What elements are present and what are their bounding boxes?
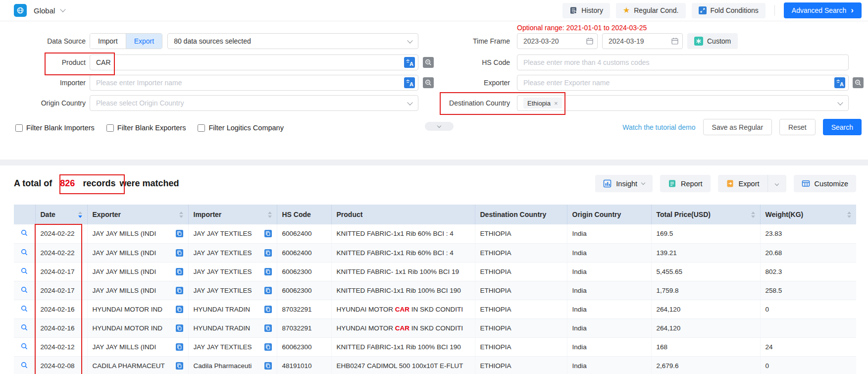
- product-input[interactable]: [90, 54, 418, 70]
- row-detail-search-icon[interactable]: [20, 229, 28, 237]
- export-dropdown-toggle[interactable]: [767, 175, 786, 192]
- copy-icon[interactable]: [176, 362, 183, 370]
- copy-icon[interactable]: [264, 324, 272, 332]
- import-tab[interactable]: Import: [90, 34, 126, 49]
- copy-icon[interactable]: [264, 287, 272, 294]
- translate-icon[interactable]: A: [834, 77, 845, 88]
- filter-checkbox-row: Filter Blank Importers Filter Blank Expo…: [15, 123, 284, 133]
- column-header-importer[interactable]: Importer: [188, 205, 277, 224]
- importer-name: JAY JAY TEXTILES: [194, 343, 264, 351]
- cell-importer: JAY JAY TEXTILES: [188, 262, 277, 281]
- results-table-head: DateExporterImporterHS CodeProductDestin…: [14, 205, 856, 224]
- sort-arrows-icon[interactable]: [264, 212, 272, 218]
- row-detail-search-icon[interactable]: [20, 323, 28, 331]
- row-detail-search-icon[interactable]: [20, 305, 28, 313]
- sort-arrows-icon[interactable]: [843, 212, 851, 218]
- data-sources-select[interactable]: 80 data sources selected: [167, 33, 418, 49]
- filter-logistics-company-checkbox[interactable]: Filter Logitics Company: [198, 124, 284, 132]
- insight-button[interactable]: Insight: [595, 175, 653, 192]
- cell-product: EHB0247 CADIMOL 500 100x10T E-FLUT: [331, 356, 475, 374]
- checkbox-input[interactable]: [106, 124, 114, 132]
- region-selector-label[interactable]: Global: [34, 6, 55, 15]
- importer-label: Importer: [0, 75, 86, 91]
- copy-icon[interactable]: [176, 230, 183, 237]
- fold-conditions-button[interactable]: Fold Conditions: [692, 3, 766, 18]
- cell-search: [14, 300, 35, 319]
- importer-input[interactable]: [90, 75, 418, 91]
- row-detail-search-icon[interactable]: [20, 267, 28, 275]
- row-detail-search-icon[interactable]: [20, 361, 28, 369]
- column-header-total_price[interactable]: Total Price(USD): [651, 205, 760, 224]
- copy-icon[interactable]: [264, 343, 272, 351]
- cell-search: [14, 356, 35, 374]
- exporter-label: Exporter: [406, 75, 510, 91]
- copy-icon[interactable]: [176, 287, 183, 294]
- column-header-exporter[interactable]: Exporter: [87, 205, 188, 224]
- chevron-down-icon[interactable]: [60, 6, 66, 12]
- checkbox-input[interactable]: [198, 124, 205, 132]
- copy-icon[interactable]: [264, 249, 272, 257]
- calendar-icon[interactable]: [586, 37, 594, 45]
- results-table: DateExporterImporterHS CodeProductDestin…: [14, 205, 856, 374]
- reset-button[interactable]: Reset: [779, 119, 816, 135]
- app-logo-globe-icon: [14, 4, 27, 17]
- record-count: 826: [60, 178, 75, 188]
- collapse-conditions-pill[interactable]: [425, 122, 454, 131]
- regular-cond-label: Regular Cond.: [634, 6, 678, 14]
- copy-icon[interactable]: [176, 306, 183, 313]
- copy-icon[interactable]: [176, 268, 183, 275]
- cell-weight: [760, 319, 856, 337]
- column-header-date[interactable]: Date: [35, 205, 87, 224]
- custom-range-button[interactable]: Custom: [687, 33, 738, 49]
- row-detail-search-icon[interactable]: [20, 248, 28, 256]
- importer-name: JAY JAY TEXTILES: [194, 230, 264, 237]
- cell-exporter: JAY JAY MILLS (INDI: [87, 262, 188, 281]
- origin-country-placeholder: Please select Origin Country: [96, 99, 184, 107]
- exporter-name: CADILA PHARMACEUT: [93, 362, 176, 370]
- copy-icon[interactable]: [264, 230, 272, 237]
- row-detail-search-icon[interactable]: [20, 342, 28, 350]
- export-button[interactable]: Export: [718, 175, 767, 192]
- product-label: Product: [0, 54, 86, 70]
- chevron-down-icon: [641, 181, 645, 185]
- copy-icon[interactable]: [264, 362, 272, 370]
- exclude-search-icon[interactable]: [853, 77, 864, 88]
- tutorial-demo-link[interactable]: Watch the tutorial demo: [622, 123, 695, 131]
- report-button[interactable]: Report: [660, 175, 711, 192]
- filter-blank-exporters-checkbox[interactable]: Filter Blank Exporters: [106, 124, 186, 132]
- export-tab[interactable]: Export: [126, 34, 162, 49]
- hs-code-input[interactable]: [517, 54, 849, 70]
- cell-importer: JAY JAY TEXTILES: [188, 243, 277, 262]
- copy-icon[interactable]: [176, 249, 183, 257]
- exporter-input[interactable]: [517, 75, 849, 91]
- cell-search: [14, 224, 35, 243]
- regular-cond-button[interactable]: ★ Regular Cond.: [616, 3, 686, 18]
- customize-button[interactable]: Customize: [794, 175, 857, 192]
- save-as-regular-button[interactable]: Save as Regular: [703, 119, 772, 135]
- history-button[interactable]: History: [562, 3, 610, 18]
- divider: [774, 5, 775, 16]
- destination-country-select[interactable]: Ethiopia ×: [517, 95, 849, 111]
- advanced-search-label: Advanced Search: [792, 6, 847, 14]
- checkbox-input[interactable]: [15, 124, 23, 132]
- origin-country-select[interactable]: Please select Origin Country: [90, 95, 418, 111]
- table-row: 2024-02-12JAY JAY MILLS (INDIJAY JAY TEX…: [14, 337, 856, 356]
- sort-arrows-icon[interactable]: [175, 212, 183, 218]
- cell-destination: ETHIOPIA: [475, 337, 567, 356]
- advanced-search-button[interactable]: Advanced Search ›: [784, 2, 862, 18]
- copy-icon[interactable]: [176, 343, 183, 351]
- insight-chart-icon: [603, 179, 612, 188]
- column-header-destination: Destination Country: [475, 205, 567, 224]
- cell-exporter: HYUNDAI MOTOR IND: [87, 300, 188, 319]
- row-detail-search-icon[interactable]: [20, 286, 28, 294]
- sort-arrows-icon[interactable]: [74, 212, 82, 218]
- copy-icon[interactable]: [264, 268, 272, 275]
- sort-arrows-icon[interactable]: [747, 212, 755, 218]
- copy-icon[interactable]: [264, 306, 272, 313]
- tag-close-icon[interactable]: ×: [554, 100, 558, 107]
- search-button[interactable]: Search: [823, 119, 862, 135]
- column-header-weight[interactable]: Weight(KG): [760, 205, 856, 224]
- calendar-icon[interactable]: [671, 37, 679, 45]
- filter-blank-importers-checkbox[interactable]: Filter Blank Importers: [15, 124, 95, 132]
- copy-icon[interactable]: [176, 324, 183, 332]
